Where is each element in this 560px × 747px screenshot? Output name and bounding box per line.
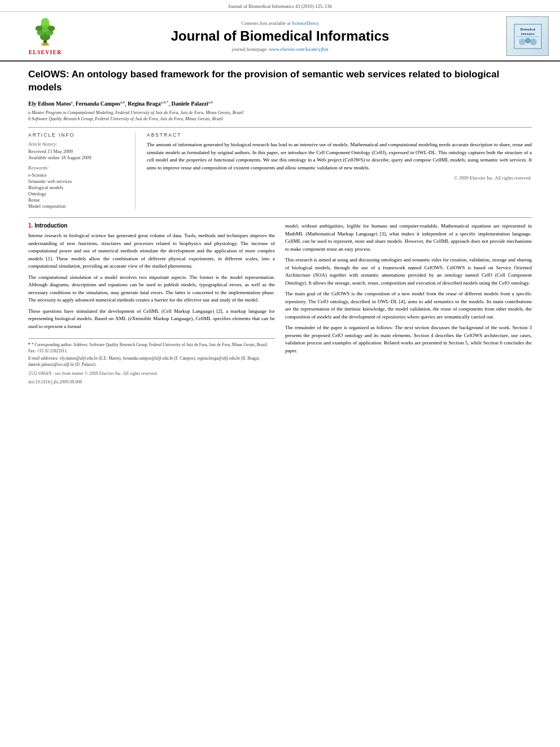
contents-available-text: Contents lists available at ScienceDirec… xyxy=(79,20,481,26)
doi-line: doi:10.1016/j.jbi.2009.08.008 xyxy=(28,379,275,385)
affiliation-a: a Master Program in Computational Modeli… xyxy=(28,110,532,115)
footnote-email: E-mail addresses: ely.matos@ufjf.edu.br … xyxy=(28,356,275,368)
author-ely: Ely Edison Matos xyxy=(28,101,71,107)
elsevier-tree-icon xyxy=(28,17,62,48)
affiliation-b: b Software Quality Research Group, Feder… xyxy=(28,116,532,121)
svg-point-5 xyxy=(36,26,43,31)
issn-line: 1532-0464/$ - see front matter © 2009 El… xyxy=(28,371,275,376)
abstract-header: ABSTRACT xyxy=(147,132,532,138)
article-title: CelOWS: An ontology based framework for … xyxy=(28,68,532,94)
elsevier-logo: ELSEVIER xyxy=(28,17,62,55)
available-date: Available online 18 August 2009 xyxy=(28,155,128,160)
divider-1 xyxy=(28,127,532,128)
section1-para1: Intense research in biological science h… xyxy=(28,232,275,270)
section1-para3: These questions have stimulated the deve… xyxy=(28,308,275,331)
keywords-section: Keywords: e-Science Semantic web service… xyxy=(28,165,128,209)
author-regina: Regina Braga xyxy=(128,101,161,107)
keywords-label: Keywords: xyxy=(28,165,128,171)
svg-rect-8 xyxy=(42,43,49,45)
keyword-escience: e-Science xyxy=(28,172,128,178)
homepage-link[interactable]: www.elsevier.com/locate/yjbin xyxy=(269,46,328,52)
svg-point-15 xyxy=(530,38,537,45)
article-info-col: ARTICLE INFO Article history: Received 1… xyxy=(28,132,135,209)
elsevier-logo-area: ELSEVIER xyxy=(11,17,79,55)
section1-heading: 1. Introduction xyxy=(28,222,275,229)
svg-point-6 xyxy=(48,26,55,31)
biomedical-informatics-logo-icon: Biomedical Informatics xyxy=(514,24,542,49)
authors-line: Ely Edison Matosa, Fernanda Camposa,b, R… xyxy=(28,100,532,107)
section1-para2: The computational simulation of a model … xyxy=(28,274,275,304)
svg-rect-9 xyxy=(41,45,50,46)
main-left-col: 1. Introduction Intense research in biol… xyxy=(28,222,275,385)
main-right-col: model, without ambiguities, legible for … xyxy=(285,222,532,385)
article-body: CelOWS: An ontology based framework for … xyxy=(0,62,560,396)
journal-header: ELSEVIER Contents lists available at Sci… xyxy=(0,12,560,62)
abstract-col: ABSTRACT The amount of information gener… xyxy=(147,132,532,209)
svg-point-16 xyxy=(525,38,531,43)
author-daniele: Daniele Palazzi xyxy=(171,101,208,107)
journal-logo-box: Biomedical Informatics xyxy=(506,16,549,56)
section1-para7: The remainder of the paper is organized … xyxy=(285,324,532,355)
article-history: Article history: Received 15 May 2009 Av… xyxy=(28,141,128,160)
journal-title-area: Contents lists available at ScienceDirec… xyxy=(79,20,481,52)
keyword-semantic-web: Semantic web services xyxy=(28,178,128,184)
footnote-star: * * Corresponding author. Address: Softw… xyxy=(28,342,275,354)
keyword-biological: Biological models xyxy=(28,185,128,190)
journal-homepage: journal homepage: www.elsevier.com/locat… xyxy=(79,46,481,52)
main-content: 1. Introduction Intense research in biol… xyxy=(28,222,532,385)
section1-para5: This research is aimed at using and disc… xyxy=(285,256,532,287)
svg-text:Informatics: Informatics xyxy=(520,33,535,36)
section1-para6: The main goal of the CelOWS is the compo… xyxy=(285,290,532,321)
svg-point-7 xyxy=(41,18,50,27)
journal-title: Journal of Biomedical Informatics xyxy=(79,28,481,44)
history-label: Article history: xyxy=(28,141,128,147)
divider-2 xyxy=(28,217,532,218)
article-info-header: ARTICLE INFO xyxy=(28,132,128,138)
info-abstract-row: ARTICLE INFO Article history: Received 1… xyxy=(28,132,532,209)
abstract-text: The amount of information generated by b… xyxy=(147,141,532,172)
footnotes: * * Corresponding author. Address: Softw… xyxy=(28,338,275,385)
section1-para4: model, without ambiguities, legible for … xyxy=(285,222,532,253)
svg-point-14 xyxy=(519,38,526,45)
sciencedirect-link[interactable]: ScienceDirect xyxy=(292,20,319,26)
abstract-copyright: © 2009 Elsevier Inc. All rights reserved… xyxy=(147,175,532,181)
svg-text:Biomedical: Biomedical xyxy=(520,28,535,31)
keyword-ontology: Ontology xyxy=(28,191,128,196)
keyword-composition: Model composition xyxy=(28,203,128,209)
received-date: Received 15 May 2009 xyxy=(28,148,128,154)
journal-top-bar: Journal of Biomedical Informatics 43 (20… xyxy=(0,0,560,12)
journal-logo-area: Biomedical Informatics xyxy=(481,16,549,56)
elsevier-wordmark: ELSEVIER xyxy=(29,49,62,55)
affiliations: a Master Program in Computational Modeli… xyxy=(28,110,532,121)
keyword-reuse: Reuse xyxy=(28,197,128,203)
author-fernanda: Fernanda Campos xyxy=(76,101,120,107)
